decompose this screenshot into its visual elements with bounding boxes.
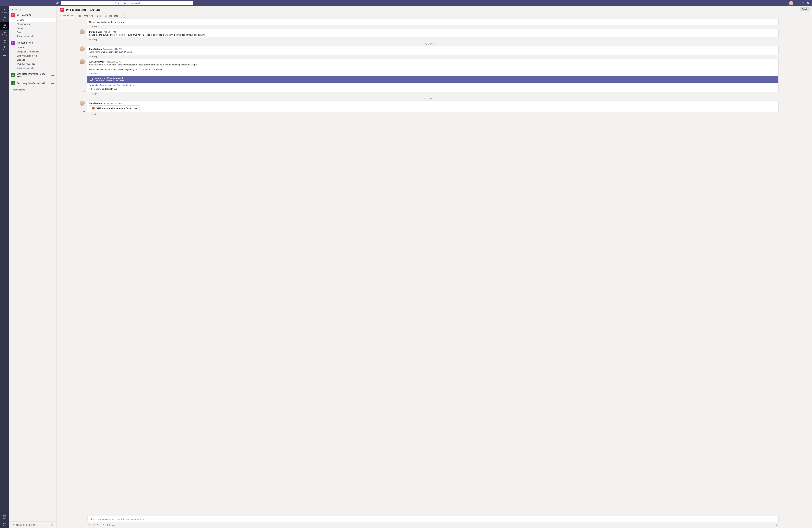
channel-all-campaigns[interactable]: All Campaigns [9,22,56,26]
rail-teams[interactable]: Teams [0,22,9,30]
close-button[interactable] [807,1,810,5]
nav-back-button[interactable] [1,1,5,5]
sticker-icon[interactable] [107,524,110,526]
avatar[interactable] [79,101,85,106]
meeting-card[interactable]: Wednesday Marketing MeetingOccurs every … [87,76,778,83]
team-workplace-innovation[interactable]: WI Workplace Innovation Team Sync ••• [9,72,56,79]
tab-onenote[interactable]: One Note [84,15,93,18]
file-attachment[interactable]: 1H19 Marketing Performance Recap.pptx [89,105,140,111]
message-text: Would like to use it as a test case for … [89,68,777,71]
channel-more-icon[interactable]: ••• [102,9,105,11]
conversation-scroll[interactable]: Noted Rick. Will send this to PV now. ↩R… [57,19,812,514]
message-text: Noted Rick. Will send this to PV now. [89,20,777,24]
channel-general-2[interactable]: General [9,46,56,50]
team-marketing-team[interactable]: MT Marketing Team ••• [9,40,56,46]
meet-now-icon[interactable] [112,524,115,526]
team-more-icon[interactable]: ••• [51,14,54,16]
settings-icon[interactable] [51,524,54,526]
join-team-icon [12,524,14,526]
format-icon[interactable] [87,524,90,526]
presence-busy-icon [83,111,85,112]
mention-link[interactable]: Anne Marie [89,51,100,53]
reply-icon: ↩ [89,92,91,95]
team-more-icon[interactable]: ••• [51,82,54,85]
team-more-icon[interactable]: ••• [51,74,54,76]
avatar[interactable] [79,46,85,52]
channel-graphics[interactable]: Graphics [9,58,56,62]
rail-files[interactable]: Files [0,44,9,52]
message-author: Sam Watson [89,48,102,50]
minimize-button[interactable] [795,1,799,5]
team-becoming-data-driven[interactable]: DD Becoming Data-Driven 2019 ••• [9,81,56,86]
hidden-channels-link[interactable]: 4 hidden channels [9,34,56,38]
compose-input[interactable]: Start a new conversation. Type @ to ment… [87,516,779,522]
compose-icon[interactable] [55,0,60,6]
reply-button[interactable]: ↩Reply [87,92,779,95]
team-wit-marketing[interactable]: MT WIT Marketing ••• [9,12,56,18]
replies-count-link[interactable]: 106 replies from you, Adrian, Daniel and… [89,84,777,86]
send-button[interactable] [775,524,779,526]
search-input[interactable]: Search or type a command [61,1,193,5]
rail-chat[interactable]: Chat [0,15,9,22]
rail-activity[interactable]: Activity [0,7,9,15]
rail-calls[interactable]: Calls [0,37,9,44]
message-author: Daniel Smith [89,31,102,33]
team-more-icon[interactable]: ••• [51,42,54,44]
channel-general[interactable]: General [9,18,56,22]
reply-button[interactable]: ↩Reply [87,26,779,28]
reply-icon: ↩ [89,38,91,41]
maximize-button[interactable] [801,1,804,5]
chat-icon [3,16,6,19]
rail-apps[interactable]: Apps [0,513,9,520]
reply-button[interactable]: ↩Reply [87,113,779,115]
meeting-recurrence: Occurs every Wednesday @ 1:30PM [95,80,125,81]
channel-campaign-coordinators[interactable]: Campaign Coordinators [9,50,56,54]
team-badge: MT [11,13,15,17]
teams-sidebar: Your teams MT WIT Marketing ••• General … [9,6,57,528]
chevron-right-icon: › [88,8,88,11]
svg-rect-7 [4,515,6,516]
tab-tasks[interactable]: Tasks [96,15,102,18]
rail-more[interactable]: ••• [0,52,9,59]
gif-icon[interactable]: GIF [102,524,105,526]
message-item: Sam WatsonWednesday 10:53 AM 1H19 Market… [79,101,779,112]
reply-button[interactable]: ↩Reply [87,55,779,58]
attach-icon[interactable] [92,524,95,526]
emoji-icon[interactable] [97,524,100,526]
hidden-channels-link-2[interactable]: 1 hidden channels [9,66,56,70]
reply-button[interactable]: ↩Reply [87,38,779,41]
compose-more-icon[interactable]: ••• [117,524,120,526]
avatar[interactable] [79,29,85,34]
date-separator: Yesterday [79,97,779,99]
channel-content[interactable]: Content [9,26,56,30]
join-team-label[interactable]: Join or create a team [16,524,35,526]
hidden-teams-label[interactable]: Hidden teams [9,86,56,93]
channel-data-analyst[interactable]: Data Analyst and Tele [9,54,56,58]
message-text: Since we work in Teams for all our marke… [89,63,777,67]
document-link[interactable]: 2019 Minutes [119,51,132,53]
video-icon [89,88,92,90]
add-tab-button[interactable]: + [121,14,125,18]
message-timestamp: Wednesday 10:53 AM [103,102,122,104]
breadcrumb-badge: MT [60,8,64,12]
channel-events[interactable]: Events [9,30,56,34]
svg-point-12 [12,524,13,525]
breadcrumb-team[interactable]: WIT Marketing [66,8,86,12]
message-item: Adrian McPheel3/29/18 12:39 PM Since we … [79,59,779,92]
nav-forward-button[interactable] [6,1,10,5]
svg-rect-16 [89,88,91,90]
rail-help[interactable]: ?Helps [0,520,9,528]
title-bar: Search or type a command [0,0,812,6]
tab-conversations[interactable]: Conversations [60,14,74,18]
tab-meeting-notes[interactable]: Meeting Notes [104,15,118,18]
see-more-link[interactable]: See more [89,72,777,75]
avatar[interactable] [79,59,85,64]
rail-meetings[interactable]: Meetings [0,30,9,37]
message-timestamp: 7/10 12:44 PM [104,31,116,33]
meeting-more-icon[interactable]: ••• [774,78,777,81]
channel-weekly-meeting[interactable]: WEEKLY MEETING [9,62,56,66]
profile-avatar[interactable] [789,1,793,5]
date-separator: July 17,2019 [79,43,779,45]
tab-files[interactable]: Files [77,15,81,18]
svg-rect-25 [112,524,114,526]
